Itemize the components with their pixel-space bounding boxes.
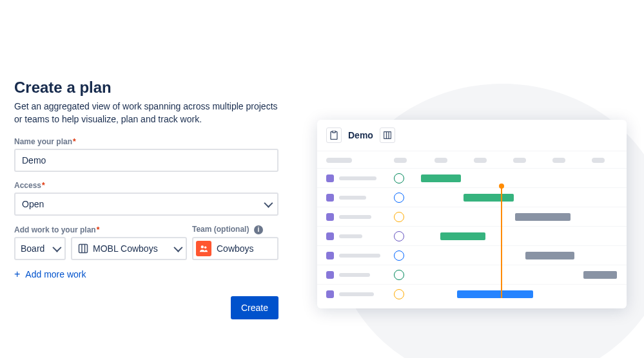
today-marker-dot <box>499 184 504 189</box>
chevron-down-icon <box>52 243 61 252</box>
task-cell <box>326 194 394 202</box>
plan-preview-card: Demo <box>317 120 627 308</box>
preview-title: Demo <box>348 130 373 140</box>
board-icon <box>77 243 89 254</box>
team-label: Team (optional) i <box>192 225 278 234</box>
assignee-cell <box>394 193 421 203</box>
task-cell <box>326 174 394 182</box>
timeline-cell <box>421 212 618 221</box>
avatar <box>394 231 404 241</box>
source-board-select[interactable]: MOBL Cowboys <box>71 237 187 260</box>
plan-name-input[interactable] <box>14 149 278 172</box>
page-subtitle: Get an aggregated view of work spanning … <box>14 100 278 126</box>
timeline-cell <box>421 174 618 183</box>
info-icon[interactable]: i <box>254 225 263 234</box>
gantt-header <box>317 151 627 168</box>
assignee-cell <box>394 231 421 241</box>
people-icon <box>196 241 211 256</box>
svg-point-3 <box>201 245 204 248</box>
add-more-work-link[interactable]: + Add more work <box>14 269 278 279</box>
access-select[interactable]: Open <box>14 193 278 216</box>
gantt-row <box>317 265 627 284</box>
epic-icon <box>326 213 334 221</box>
task-placeholder <box>339 292 374 296</box>
columns-icon[interactable] <box>380 127 395 143</box>
task-placeholder <box>339 254 380 258</box>
epic-icon <box>326 271 334 279</box>
task-placeholder <box>339 176 376 180</box>
task-placeholder <box>339 234 362 238</box>
svg-rect-0 <box>79 244 88 252</box>
plus-icon: + <box>14 269 20 279</box>
gantt-row <box>317 207 627 226</box>
create-button[interactable]: Create <box>231 296 278 319</box>
access-value: Open <box>22 199 44 209</box>
gantt-bar <box>421 174 461 182</box>
svg-rect-6 <box>333 131 336 133</box>
add-work-label: Add work to your plan* <box>14 225 66 234</box>
epic-icon <box>326 174 334 182</box>
chevron-down-icon <box>264 199 273 208</box>
name-label: Name your plan* <box>14 137 278 146</box>
assignee-cell <box>394 289 421 299</box>
gantt-bar <box>583 271 617 279</box>
gantt-row <box>317 245 627 265</box>
create-plan-form: Create a plan Get an aggregated view of … <box>14 79 278 319</box>
task-placeholder <box>339 196 366 200</box>
task-placeholder <box>339 273 370 277</box>
gantt-row <box>317 284 627 303</box>
source-type-value: Board <box>21 243 44 254</box>
timeline-cell <box>421 290 618 299</box>
svg-point-4 <box>204 246 207 249</box>
task-cell <box>326 213 394 221</box>
team-select[interactable]: Cowboys <box>192 237 278 260</box>
avatar <box>394 250 404 261</box>
assignee-cell <box>394 212 421 222</box>
assignee-cell <box>394 270 421 280</box>
timeline-cell <box>421 193 618 202</box>
gantt-row <box>317 226 627 245</box>
avatar <box>394 212 404 222</box>
team-value: Cowboys <box>217 243 254 254</box>
epic-icon <box>326 290 334 298</box>
source-type-select[interactable]: Board <box>14 237 66 260</box>
gantt-row <box>317 187 627 207</box>
gantt-bar <box>525 252 574 259</box>
task-cell <box>326 232 394 240</box>
timeline-cell <box>421 232 618 241</box>
svg-rect-7 <box>384 132 391 139</box>
today-marker-line <box>501 186 502 298</box>
gantt-bar <box>463 194 514 202</box>
avatar <box>394 193 404 203</box>
add-more-label: Add more work <box>25 269 86 279</box>
task-cell <box>326 252 394 259</box>
task-cell <box>326 271 394 279</box>
gantt-bar <box>440 232 485 240</box>
gantt-bar <box>515 213 571 221</box>
avatar <box>394 173 404 184</box>
epic-icon <box>326 232 334 240</box>
preview-header: Demo <box>317 120 627 151</box>
assignee-cell <box>394 173 421 184</box>
gantt-chart <box>317 151 627 303</box>
source-board-value: MOBL Cowboys <box>93 243 158 254</box>
page-title: Create a plan <box>14 79 278 97</box>
assignee-cell <box>394 250 421 261</box>
epic-icon <box>326 194 334 202</box>
task-placeholder <box>339 215 371 219</box>
task-cell <box>326 290 394 298</box>
timeline-cell <box>421 270 618 279</box>
avatar <box>394 289 404 299</box>
avatar <box>394 270 404 280</box>
gantt-bar <box>457 290 533 298</box>
access-label: Access* <box>14 181 278 190</box>
clipboard-icon[interactable] <box>326 127 342 143</box>
timeline-cell <box>421 251 618 260</box>
chevron-down-icon <box>173 243 182 252</box>
gantt-row <box>317 168 627 187</box>
epic-icon <box>326 252 334 259</box>
